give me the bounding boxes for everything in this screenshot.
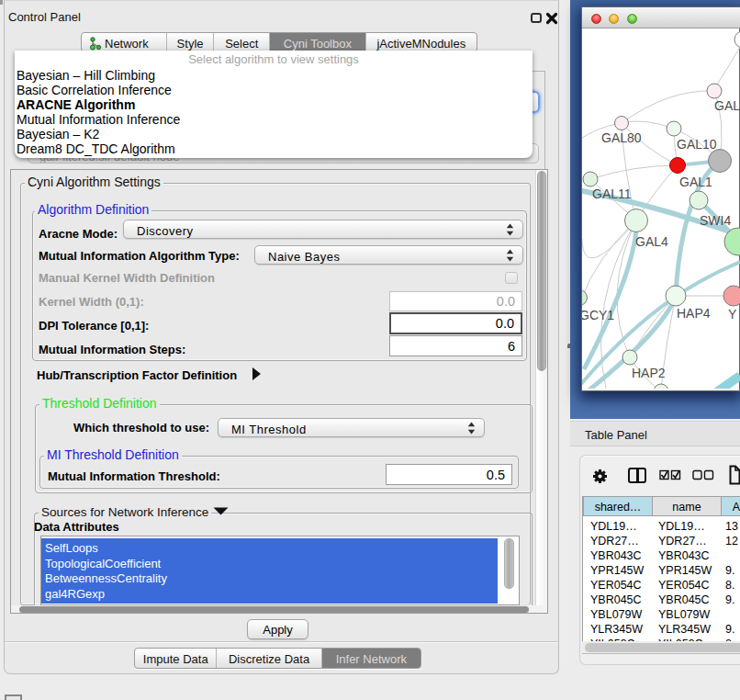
svg-text:GCY1: GCY1: [582, 308, 614, 322]
svg-text:GAL1: GAL1: [679, 175, 712, 189]
svg-text:SWI4: SWI4: [700, 213, 731, 228]
svg-text:GAL11: GAL11: [592, 186, 632, 201]
svg-text:GAL4: GAL4: [635, 234, 668, 249]
svg-text:GAL10: GAL10: [677, 137, 717, 152]
svg-text:HAP4: HAP4: [677, 306, 711, 321]
svg-text:HAP2: HAP2: [632, 366, 666, 380]
svg-text:GAL80: GAL80: [601, 130, 642, 145]
svg-text:Y: Y: [728, 307, 737, 322]
svg-text:GAL2: GAL2: [714, 98, 740, 113]
